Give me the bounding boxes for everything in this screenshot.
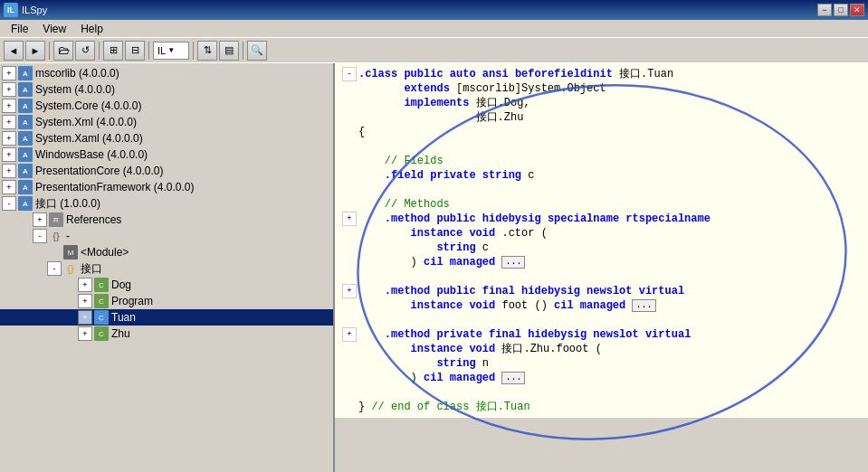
expander-system[interactable]: + (2, 82, 16, 97)
open-button[interactable]: 🗁 (53, 41, 73, 61)
menu-file[interactable]: File (4, 21, 35, 37)
ellipsis-foot[interactable]: ... (632, 299, 655, 312)
paste-button[interactable]: ⊟ (125, 41, 145, 61)
view-button[interactable]: ▤ (219, 41, 239, 61)
back-button[interactable]: ◄ (4, 41, 24, 61)
icon-assembly-system-core: A (18, 99, 33, 113)
tree-node-jiekou[interactable]: - A 接口 (1.0.0.0) (0, 195, 333, 212)
code-line-ctor2: instance void .ctor ( (342, 226, 861, 241)
sort-button[interactable]: ⇅ (197, 41, 217, 61)
code-line-2: extends [mscorlib]System.Object (342, 81, 861, 96)
label-ns-jiekou: 接口 (81, 261, 102, 277)
tree-node-mscorlib[interactable]: + A mscorlib (4.0.0.0) (0, 65, 333, 81)
toolbar: ◄ ► 🗁 ↺ ⊞ ⊟ IL ▼ ⇅ ▤ 🔍 (0, 38, 868, 63)
expander-mscorlib[interactable]: + (2, 66, 16, 80)
icon-dash: {} (49, 229, 63, 243)
minimize-button[interactable]: − (817, 4, 832, 16)
expander-empty-module2 (47, 245, 62, 260)
code-text-2: extends [mscorlib]System.Object (358, 81, 606, 96)
expander-empty-ns (31, 261, 45, 276)
expander-ns-jiekou[interactable]: - (47, 261, 62, 276)
copy-button[interactable]: ⊞ (103, 41, 123, 61)
icon-assembly-system-xml: A (18, 115, 33, 129)
tree-node-tuan[interactable]: + C Tuan (0, 309, 333, 326)
tree-node-program[interactable]: + C Program (0, 293, 333, 309)
code-text-blank2 (358, 183, 365, 197)
language-dropdown[interactable]: IL ▼ (153, 42, 189, 60)
ellipsis-fooot[interactable]: ... (501, 372, 525, 384)
code-line-fooot2: instance void 接口.Zhu.fooot ( (342, 342, 861, 356)
icon-assembly-presentationcore: A (18, 164, 33, 178)
tree-node-zhu[interactable]: + C Zhu (0, 326, 333, 342)
code-expand-foot[interactable]: + (342, 284, 357, 298)
ellipsis-ctor[interactable]: ... (501, 256, 525, 269)
code-line-blank1 (342, 139, 861, 154)
expander-system-xaml[interactable]: + (2, 131, 16, 146)
expander-system-core[interactable]: + (2, 99, 16, 113)
menu-view[interactable]: View (35, 21, 73, 37)
label-jiekou: 接口 (1.0.0.0) (35, 196, 100, 212)
code-text-foot2: instance void foot () cil managed ... (358, 298, 656, 313)
window-controls: − □ ✕ (817, 4, 864, 16)
label-references: References (66, 213, 121, 226)
code-line-blank2 (342, 183, 861, 197)
expander-zhu[interactable]: + (78, 326, 92, 341)
maximize-button[interactable]: □ (834, 4, 848, 16)
main-area: + A mscorlib (4.0.0.0) + A System (4.0.0… (0, 63, 868, 472)
expander-presentationfw[interactable]: + (2, 180, 16, 194)
code-panel: - .class public auto ansi beforefieldini… (335, 63, 868, 418)
separator-3 (148, 42, 149, 60)
icon-program: C (94, 294, 109, 308)
language-value: IL (157, 45, 166, 56)
title-bar: IL ILSpy − □ ✕ (0, 0, 868, 20)
tree-node-dash[interactable]: - {} - (0, 228, 333, 244)
expander-windowsbase[interactable]: + (2, 147, 16, 162)
tree-node-system-xaml[interactable]: + A System.Xaml (4.0.0.0) (0, 130, 333, 146)
icon-tuan: C (94, 310, 109, 325)
tree-node-module[interactable]: M <Module> (0, 244, 333, 260)
icon-assembly-windowsbase: A (18, 147, 33, 162)
code-expand-1[interactable]: - (342, 67, 357, 81)
tree-node-presentationcore[interactable]: + A PresentationCore (4.0.0.0) (0, 163, 333, 179)
search-button[interactable]: 🔍 (247, 41, 267, 61)
label-system-xml: System.Xml (4.0.0.0) (35, 116, 137, 128)
icon-assembly-system: A (18, 82, 33, 97)
expander-dog[interactable]: + (78, 278, 92, 292)
code-line-ctor3: string c (342, 241, 861, 255)
code-text-fooot3: string n (358, 356, 489, 371)
expander-program[interactable]: + (78, 294, 92, 308)
expander-empty-prog2 (62, 294, 76, 308)
expander-jiekou[interactable]: - (2, 196, 16, 211)
separator-1 (49, 42, 50, 60)
tree-node-system[interactable]: + A System (4.0.0.0) (0, 81, 333, 98)
tree-node-system-core[interactable]: + A System.Core (4.0.0.0) (0, 98, 333, 114)
code-text-ctor3: string c (358, 241, 489, 255)
tree-node-dog[interactable]: + C Dog (0, 277, 333, 293)
expander-presentationcore[interactable]: + (2, 164, 16, 178)
label-presentationfw: PresentationFramework (4.0.0.0) (35, 181, 194, 194)
tree-node-system-xml[interactable]: + A System.Xml (4.0.0.0) (0, 114, 333, 130)
title-bar-left: IL ILSpy (4, 3, 47, 17)
tree-node-windowsbase[interactable]: + A WindowsBase (4.0.0.0) (0, 146, 333, 163)
menu-help[interactable]: Help (73, 21, 110, 37)
close-button[interactable]: ✕ (850, 4, 864, 16)
forward-button[interactable]: ► (25, 41, 45, 61)
tree-node-references[interactable]: + R References (0, 212, 333, 228)
code-text-foot: .method public final hidebysig newslot v… (358, 284, 684, 298)
expander-system-xml[interactable]: + (2, 115, 16, 129)
icon-assembly-system-xaml: A (18, 131, 33, 146)
expander-empty-module (31, 245, 45, 260)
label-system-xaml: System.Xaml (4.0.0.0) (35, 132, 143, 145)
reload-button[interactable]: ↺ (75, 41, 95, 61)
expander-references[interactable]: + (33, 212, 47, 227)
code-line-field: .field private string c (342, 168, 861, 183)
expander-tuan[interactable]: + (78, 310, 92, 325)
label-module: <Module> (81, 246, 129, 259)
tree-node-presentationfw[interactable]: + A PresentationFramework (4.0.0.0) (0, 179, 333, 195)
expander-dash[interactable]: - (33, 229, 47, 243)
code-text-ctor2: instance void .ctor ( (358, 226, 548, 241)
code-expand-ctor[interactable]: + (342, 212, 357, 226)
tree-node-ns-jiekou[interactable]: - {} 接口 (0, 260, 333, 277)
code-text-1: .class public auto ansi beforefieldinit … (358, 67, 673, 81)
code-expand-fooot[interactable]: + (342, 327, 357, 342)
